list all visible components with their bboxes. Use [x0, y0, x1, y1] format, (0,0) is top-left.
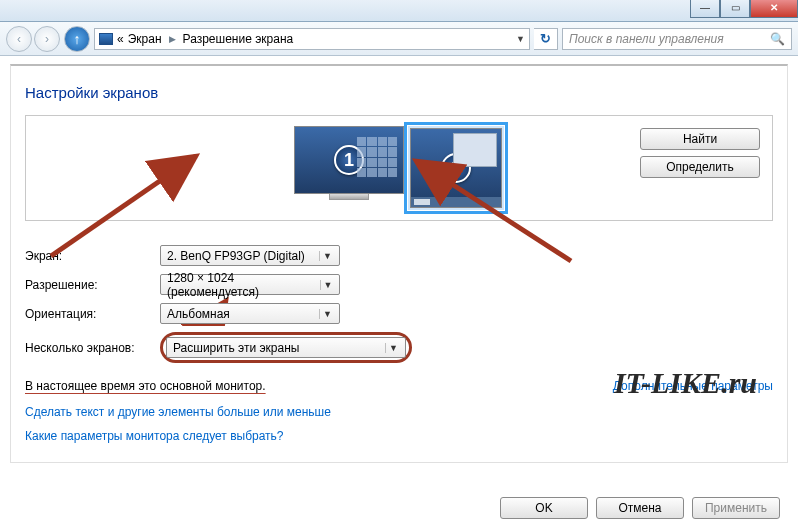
nav-history-buttons: ‹ ›	[6, 26, 60, 52]
address-dropdown-icon[interactable]: ▼	[516, 34, 525, 44]
back-button[interactable]: ‹	[6, 26, 32, 52]
address-bar[interactable]: « Экран ▶ Разрешение экрана ▼	[94, 28, 530, 50]
chevron-down-icon: ▼	[320, 280, 335, 290]
chevron-down-icon: ▼	[319, 251, 335, 261]
minimize-button[interactable]: —	[690, 0, 720, 18]
close-button[interactable]: ✕	[750, 0, 798, 18]
navigation-bar: ‹ › ↑ « Экран ▶ Разрешение экрана ▼ ↻ По…	[0, 22, 798, 56]
row-orientation: Ориентация: Альбомная ▼	[25, 303, 773, 324]
combo-screen-value: 2. BenQ FP93GP (Digital)	[167, 249, 305, 263]
row-resolution: Разрешение: 1280 × 1024 (рекомендуется) …	[25, 274, 773, 295]
content-panel: Настройки экранов 1	[10, 64, 788, 463]
main-content: Настройки экранов 1	[0, 56, 798, 525]
detect-button[interactable]: Определить	[640, 156, 760, 178]
label-screen: Экран:	[25, 249, 160, 263]
chevron-down-icon: ▼	[385, 343, 401, 353]
combo-resolution[interactable]: 1280 × 1024 (рекомендуется) ▼	[160, 274, 340, 295]
refresh-button[interactable]: ↻	[534, 28, 558, 50]
monitor-2-window-icon	[453, 133, 497, 167]
forward-button[interactable]: ›	[34, 26, 60, 52]
which-monitor-link[interactable]: Какие параметры монитора следует выбрать…	[25, 429, 773, 443]
search-placeholder: Поиск в панели управления	[569, 32, 724, 46]
apply-button[interactable]: Применить	[692, 497, 780, 519]
chevron-right-icon: ▶	[166, 34, 179, 44]
find-button[interactable]: Найти	[640, 128, 760, 150]
control-panel-icon	[99, 33, 113, 45]
monitor-side-buttons: Найти Определить	[640, 128, 760, 178]
combo-multi-value: Расширить эти экраны	[173, 341, 299, 355]
highlight-ring: Расширить эти экраны ▼	[160, 332, 412, 363]
monitor-1-pattern	[357, 137, 397, 177]
ok-button[interactable]: OK	[500, 497, 588, 519]
chevron-down-icon: ▼	[319, 309, 335, 319]
breadcrumb-prefix: «	[117, 32, 124, 46]
window-titlebar: — ▭ ✕	[0, 0, 798, 22]
breadcrumb-item[interactable]: Экран	[128, 32, 162, 46]
combo-resolution-value: 1280 × 1024 (рекомендуется)	[167, 271, 320, 299]
up-button[interactable]: ↑	[64, 26, 90, 52]
maximize-button[interactable]: ▭	[720, 0, 750, 18]
watermark-text: IT-LIKE.ru	[614, 366, 757, 400]
monitor-2[interactable]: 2	[408, 126, 504, 210]
row-screen: Экран: 2. BenQ FP93GP (Digital) ▼	[25, 245, 773, 266]
label-multi: Несколько экранов:	[25, 341, 160, 355]
combo-screen[interactable]: 2. BenQ FP93GP (Digital) ▼	[160, 245, 340, 266]
label-orientation: Ориентация:	[25, 307, 160, 321]
text-size-link[interactable]: Сделать текст и другие элементы больше и…	[25, 405, 773, 419]
monitor-arrangement-area[interactable]: 1 2 Найти Определить	[25, 115, 773, 221]
window-controls: — ▭ ✕	[690, 0, 798, 18]
monitor-1[interactable]: 1	[294, 126, 404, 210]
monitor-1-stand	[329, 194, 369, 200]
page-title: Настройки экранов	[25, 84, 773, 101]
monitor-icons: 1 2	[294, 126, 504, 210]
label-resolution: Разрешение:	[25, 278, 160, 292]
row-multi: Несколько экранов: Расширить эти экраны …	[25, 332, 773, 363]
search-input[interactable]: Поиск в панели управления 🔍	[562, 28, 792, 50]
primary-monitor-status: В настоящее время это основной монитор.	[25, 379, 266, 393]
combo-multi[interactable]: Расширить эти экраны ▼	[166, 337, 406, 358]
breadcrumb-item[interactable]: Разрешение экрана	[183, 32, 294, 46]
combo-orientation[interactable]: Альбомная ▼	[160, 303, 340, 324]
combo-orientation-value: Альбомная	[167, 307, 230, 321]
monitor-2-taskbar-icon	[411, 197, 501, 207]
search-icon: 🔍	[770, 32, 785, 46]
cancel-button[interactable]: Отмена	[596, 497, 684, 519]
dialog-buttons: OK Отмена Применить	[500, 497, 780, 519]
